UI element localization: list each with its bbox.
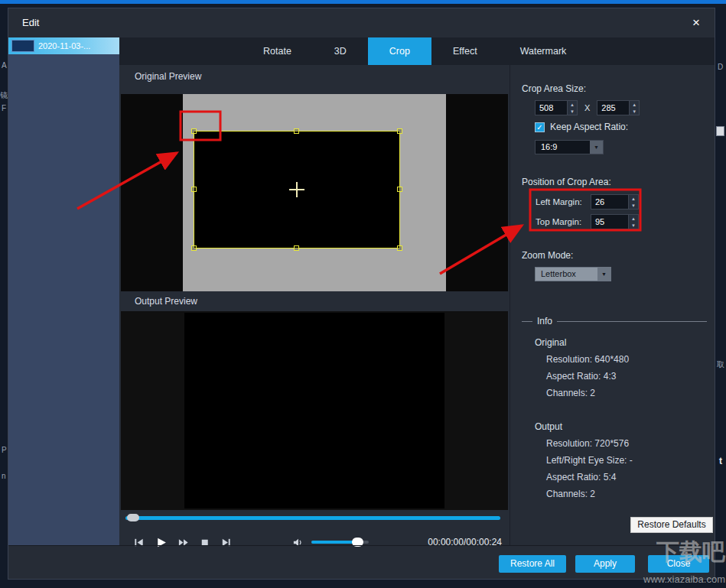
edit-dialog: Edit × 2020-11-03-... Rotate 3D Crop Eff… <box>8 8 715 580</box>
crop-handle[interactable] <box>397 245 402 251</box>
dialog-titlebar: Edit × <box>8 8 715 37</box>
crop-width-value: 508 <box>536 101 567 115</box>
preview-column: Original Preview Output Preview <box>119 65 510 545</box>
close-icon[interactable]: × <box>687 14 705 32</box>
seek-bar[interactable] <box>125 516 500 520</box>
info-section-header: Info <box>522 316 707 326</box>
keep-aspect-checkbox[interactable]: ✓ <box>535 122 545 132</box>
crop-handle[interactable] <box>191 128 197 134</box>
output-video-frame <box>184 313 444 508</box>
crop-area-size-label: Crop Area Size: <box>522 83 586 94</box>
top-margin-spinner[interactable]: 95 ▲ ▼ <box>591 214 639 229</box>
close-button[interactable]: Close <box>648 555 709 573</box>
restore-all-button[interactable]: Restore All <box>499 555 566 573</box>
zoom-mode-dropdown[interactable]: Letterbox ▼ <box>535 267 611 281</box>
aspect-ratio-value: 16:9 <box>536 141 590 154</box>
original-preview-canvas <box>121 94 508 291</box>
info-title: Info <box>532 316 557 326</box>
left-margin-row: Left Margin: 26 ▲ ▼ <box>536 193 643 210</box>
crop-crosshair-icon <box>289 182 304 197</box>
info-output-resolution: Resolution: 720*576 <box>546 438 629 449</box>
crop-settings-panel: Crop Area Size: 508 ▲ ▼ X 285 ▲ ▼ ✓ Keep… <box>510 65 715 545</box>
edit-tabbar: Rotate 3D Crop Effect Watermark <box>119 37 715 65</box>
info-original-resolution: Resolution: 640*480 <box>546 354 629 365</box>
info-output-heading: Output <box>535 421 562 432</box>
left-margin-value: 26 <box>591 195 628 209</box>
background-fragment: 镜 <box>0 90 8 101</box>
crop-width-spinner[interactable]: 508 ▲ ▼ <box>535 100 578 115</box>
keep-aspect-row: ✓ Keep Aspect Ratio: <box>535 122 628 132</box>
file-item-label: 2020-11-03-... <box>38 41 90 50</box>
spin-up-icon[interactable]: ▲ <box>568 101 577 108</box>
zoom-mode-value: Letterbox <box>536 268 597 281</box>
dialog-footer: Restore All Apply Close <box>8 545 715 579</box>
chevron-down-icon: ▼ <box>597 268 610 281</box>
top-margin-row: Top Margin: 95 ▲ ▼ <box>536 213 643 230</box>
background-fragment: A <box>2 61 7 70</box>
output-preview-canvas <box>121 311 508 510</box>
background-fragment: P <box>2 446 7 454</box>
crop-handle[interactable] <box>191 187 197 192</box>
file-list-item-selected[interactable]: 2020-11-03-... <box>8 37 119 54</box>
background-fragment: 取 <box>717 359 724 370</box>
left-margin-spinner[interactable]: 26 ▲ ▼ <box>591 194 639 210</box>
info-original-channels: Channels: 2 <box>546 388 595 398</box>
volume-slider[interactable] <box>311 541 369 544</box>
keep-aspect-label: Keep Aspect Ratio: <box>550 122 628 132</box>
volume-fill <box>311 541 356 544</box>
left-margin-label: Left Margin: <box>536 197 591 206</box>
spin-up-icon[interactable]: ▲ <box>629 215 638 222</box>
info-output-channels: Channels: 2 <box>546 489 595 499</box>
file-list-panel: 2020-11-03-... <box>8 37 119 545</box>
restore-defaults-button[interactable]: Restore Defaults <box>630 517 713 533</box>
background-window-top-border <box>0 0 726 4</box>
top-margin-value: 95 <box>591 215 628 229</box>
spin-up-icon[interactable]: ▲ <box>629 195 638 202</box>
background-fragment: n <box>2 472 6 480</box>
crop-height-spinner[interactable]: 285 ▲ ▼ <box>597 100 640 115</box>
video-thumbnail <box>11 40 34 52</box>
spin-down-icon[interactable]: ▼ <box>629 222 638 229</box>
zoom-mode-label: Zoom Mode: <box>522 250 573 261</box>
background-fragment: F <box>2 104 6 112</box>
spin-down-icon[interactable]: ▼ <box>568 108 577 115</box>
tab-crop[interactable]: Crop <box>368 37 431 65</box>
tab-watermark[interactable]: Watermark <box>499 37 588 65</box>
desktop: { "icons": { "up": "▲", "down": "▼", "dr… <box>0 0 726 588</box>
aspect-ratio-dropdown[interactable]: 16:9 ▼ <box>535 140 604 154</box>
crop-handle[interactable] <box>294 245 299 251</box>
check-icon: ✓ <box>536 123 542 132</box>
tab-effect[interactable]: Effect <box>431 37 499 65</box>
position-of-crop-label: Position of Crop Area: <box>522 177 611 187</box>
crop-size-row: 508 ▲ ▼ X 285 ▲ ▼ <box>535 100 640 115</box>
top-margin-label: Top Margin: <box>536 217 591 226</box>
spin-down-icon[interactable]: ▼ <box>629 202 638 209</box>
output-preview-label: Output Preview <box>135 296 197 307</box>
spin-down-icon[interactable]: ▼ <box>630 108 639 115</box>
chevron-down-icon: ▼ <box>590 141 603 154</box>
zoom-mode-row: Letterbox ▼ <box>535 267 611 281</box>
tab-rotate[interactable]: Rotate <box>242 37 313 65</box>
info-output-aspect: Aspect Ratio: 5:4 <box>546 472 616 482</box>
crop-handle[interactable] <box>397 187 402 192</box>
background-fragment: D <box>718 63 723 71</box>
tab-3d[interactable]: 3D <box>313 37 368 65</box>
crop-handle[interactable] <box>294 128 299 134</box>
size-separator: X <box>584 103 590 112</box>
spin-up-icon[interactable]: ▲ <box>630 101 639 108</box>
original-preview-label: Original Preview <box>135 71 201 82</box>
dialog-title: Edit <box>22 17 39 28</box>
crop-handle[interactable] <box>397 128 402 134</box>
info-original-heading: Original <box>535 337 566 348</box>
video-frame <box>183 94 446 291</box>
crop-height-value: 285 <box>597 101 629 115</box>
crop-handle[interactable] <box>191 245 197 251</box>
info-output-eye-size: Left/Right Eye Size: - <box>546 455 633 466</box>
seek-handle[interactable] <box>127 514 139 521</box>
apply-button[interactable]: Apply <box>575 555 635 573</box>
background-window-icon <box>716 126 724 136</box>
info-original-aspect: Aspect Ratio: 4:3 <box>546 371 616 382</box>
crop-region[interactable] <box>194 131 400 249</box>
background-fragment: t <box>719 456 722 466</box>
aspect-ratio-row: 16:9 ▼ <box>535 140 604 154</box>
